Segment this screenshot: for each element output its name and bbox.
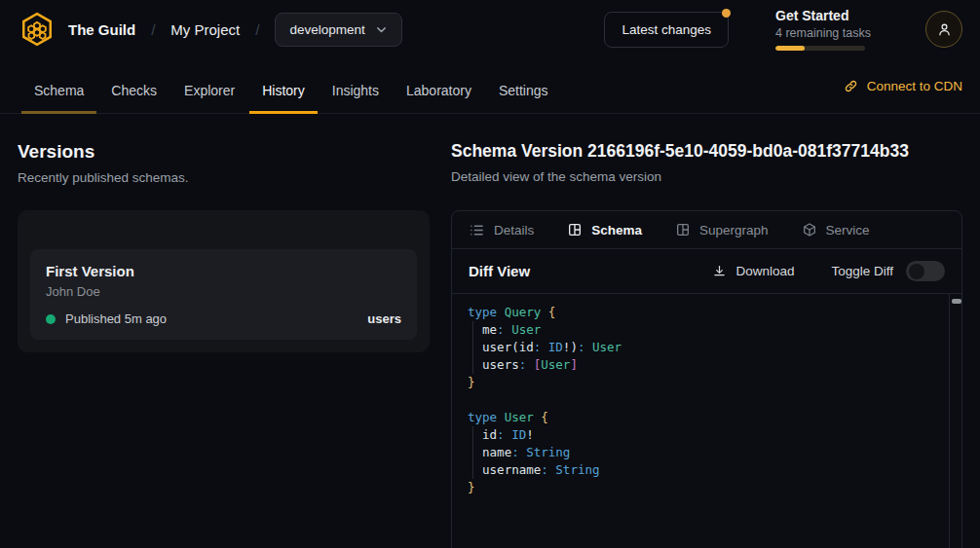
list-icon	[469, 222, 485, 238]
schema-version-subtitle: Detailed view of the schema version	[451, 169, 962, 184]
code-line: }	[468, 479, 946, 496]
get-started-progress-fill	[775, 46, 805, 51]
toggle-diff-label: Toggle Diff	[831, 264, 893, 278]
detail-tab-label: Service	[826, 223, 870, 237]
diff-view-toolbar: Diff View Download Toggle Diff	[452, 249, 961, 294]
download-button[interactable]: Download	[712, 264, 794, 278]
notification-dot	[722, 9, 731, 18]
code-line: me: User	[468, 321, 946, 339]
app-header: The Guild / My Project / development Lat…	[0, 0, 980, 58]
nav-tab-insights[interactable]: Insights	[320, 83, 392, 113]
code-scrollbar[interactable]	[949, 294, 961, 548]
nav-tab-checks[interactable]: Checks	[98, 83, 170, 113]
detail-tab-details[interactable]: Details	[469, 222, 534, 238]
get-started-widget[interactable]: Get Started 4 remaining tasks	[775, 8, 883, 51]
versions-subtitle: Recently published schemas.	[18, 170, 430, 185]
code-line: name: String	[468, 444, 946, 461]
latest-changes-button[interactable]: Latest changes	[604, 12, 729, 48]
person-icon	[936, 21, 953, 38]
environment-selector-value: development	[289, 22, 364, 37]
detail-tab-label: Supergraph	[699, 223, 769, 237]
environment-selector[interactable]: development	[275, 13, 401, 47]
primary-nav: SchemaChecksExplorerHistoryInsightsLabor…	[0, 58, 980, 114]
code-line: users: [User]	[468, 356, 946, 374]
download-icon	[712, 264, 727, 278]
nav-tab-schema[interactable]: Schema	[21, 83, 96, 113]
code-line: }	[468, 374, 946, 391]
get-started-subtitle: 4 remaining tasks	[775, 26, 883, 40]
toggle-diff-switch[interactable]	[906, 261, 945, 281]
get-started-progressbar	[775, 46, 865, 51]
nav-tab-history[interactable]: History	[249, 83, 318, 113]
schema-code-viewer[interactable]: type Query { me: User user(id: ID!): Use…	[452, 294, 961, 548]
org-name[interactable]: The Guild	[68, 21, 135, 38]
schema-detail-card: DetailsSchemaSupergraphService Diff View…	[451, 210, 962, 548]
detail-tab-label: Details	[494, 223, 534, 237]
code-scrollbar-thumb[interactable]	[952, 299, 961, 304]
code-line: type User {	[468, 409, 946, 426]
schema-version-title: Schema Version 2166196f-5e10-4059-bd0a-0…	[451, 141, 962, 162]
nav-tab-explorer[interactable]: Explorer	[171, 83, 247, 113]
main-content: Versions Recently published schemas. Fir…	[0, 114, 980, 548]
detail-tab-service[interactable]: Service	[802, 222, 870, 237]
nav-tab-laboratory[interactable]: Laboratory	[394, 83, 484, 113]
get-started-title: Get Started	[775, 8, 883, 23]
code-line: id: ID!	[468, 426, 946, 444]
cube-icon	[802, 222, 817, 237]
published-status-dot	[46, 314, 56, 324]
code-line: type Query {	[468, 304, 946, 321]
columns-icon	[675, 222, 691, 237]
chevron-down-icon	[375, 23, 388, 36]
connect-to-cdn-label: Connect to CDN	[867, 79, 962, 93]
schema-detail-tabs: DetailsSchemaSupergraphService	[452, 211, 961, 249]
version-status-row: Published 5m ago users	[46, 311, 401, 326]
versions-list-card: First Version John Doe Published 5m ago …	[18, 210, 430, 352]
indent-guide	[472, 321, 473, 374]
version-status-text: Published 5m ago	[65, 311, 167, 326]
project-name[interactable]: My Project	[170, 21, 240, 38]
version-name: First Version	[46, 263, 401, 279]
breadcrumb-separator: /	[151, 21, 155, 38]
versions-title: Versions	[18, 141, 430, 163]
user-avatar[interactable]	[925, 11, 962, 48]
schema-version-panel: Schema Version 2166196f-5e10-4059-bd0a-0…	[451, 141, 962, 548]
detail-tab-supergraph[interactable]: Supergraph	[675, 222, 769, 237]
versions-panel: Versions Recently published schemas. Fir…	[18, 141, 430, 352]
code-line	[468, 391, 946, 409]
code-line: user(id: ID!): User	[468, 339, 946, 356]
detail-tab-schema[interactable]: Schema	[567, 222, 642, 237]
nav-tabs: SchemaChecksExplorerHistoryInsightsLabor…	[21, 58, 561, 113]
latest-changes-label: Latest changes	[622, 22, 711, 37]
detail-tab-label: Schema	[591, 223, 642, 237]
indent-guide	[472, 426, 473, 479]
columns-icon	[567, 222, 583, 237]
breadcrumb-separator: /	[255, 21, 259, 38]
link-icon	[844, 79, 858, 93]
hive-logo-icon[interactable]	[18, 10, 57, 49]
diff-view-title: Diff View	[469, 263, 530, 279]
toggle-diff-knob	[909, 264, 924, 279]
nav-tab-settings[interactable]: Settings	[486, 83, 561, 113]
version-author: John Doe	[46, 284, 401, 299]
version-service-badge: users	[367, 311, 401, 326]
connect-to-cdn-link[interactable]: Connect to CDN	[844, 79, 962, 93]
code-line: username: String	[468, 461, 946, 479]
download-label: Download	[735, 264, 794, 278]
version-list-item[interactable]: First Version John Doe Published 5m ago …	[30, 249, 417, 340]
